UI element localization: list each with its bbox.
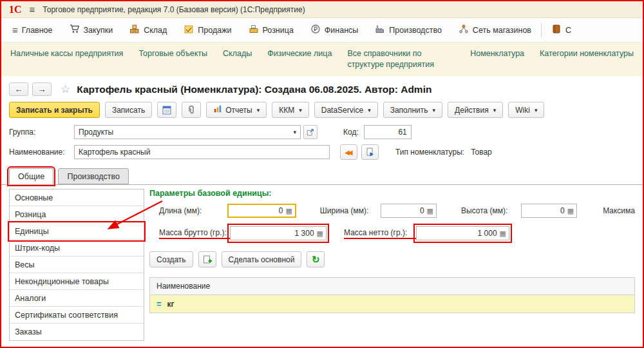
menu-item-main[interactable]: ≡ Главное (4, 18, 61, 43)
menu-item-production[interactable]: Производство (366, 18, 450, 43)
make-default-unit-button[interactable]: Сделать основной (222, 251, 302, 267)
network-icon (459, 24, 469, 36)
menu-item-sales[interactable]: Продажи (175, 18, 240, 43)
code-label: Код: (343, 128, 359, 137)
tab-production[interactable]: Производство (58, 168, 129, 184)
menu-label: Закупки (84, 26, 113, 35)
link-nomenclature-categories[interactable]: Категории номенклатуры (540, 48, 634, 59)
gross-weight-input[interactable]: 1 300 ▦ (230, 226, 327, 240)
net-weight-input[interactable]: 1 000 ▦ (416, 226, 509, 240)
sidebar-item-scales[interactable]: Весы (10, 256, 144, 273)
fill-menu-button[interactable]: Заполнить ▾ (383, 102, 442, 118)
link-warehouses[interactable]: Склады (223, 48, 252, 59)
menu-label: Продажи (198, 26, 231, 35)
link-cash-registers[interactable]: Наличные кассы предприятия (10, 48, 123, 59)
link-nomenclature[interactable]: Номенклатура (470, 48, 524, 59)
back-button[interactable]: ← (9, 82, 28, 96)
dimensions-row: Длина (мм): 0 ▦ Ширина (мм): 0 ▦ Высота … (149, 204, 635, 218)
gross-weight-value: 1 300 (295, 229, 314, 238)
menu-label: С (565, 26, 571, 35)
nav-row: ← → ☆ Картофель красный (Номенклатура): … (9, 82, 643, 96)
link-trade-objects[interactable]: Торговые объекты (138, 48, 207, 59)
name-input[interactable]: Картофель красный (74, 145, 330, 159)
width-input[interactable]: 0 ▦ (381, 204, 437, 218)
sidebar-item-main[interactable]: Основные (10, 189, 144, 206)
book-icon (551, 24, 562, 36)
refresh-icon: ↻ (312, 255, 320, 264)
net-weight-value: 1 000 (478, 229, 497, 238)
sidebar-item-retail[interactable]: Розница (10, 206, 144, 223)
units-table-header[interactable]: Наименование (150, 278, 634, 295)
boxes-icon (129, 24, 140, 36)
actions-menu-button[interactable]: Действия ▾ (448, 102, 503, 118)
chevron-down-icon: ▾ (368, 107, 371, 113)
cart-icon (70, 24, 80, 36)
group-row: Группа: Продукты ▾ Код: 61 (9, 125, 643, 139)
menu-item-purchases[interactable]: Закупки (61, 18, 122, 43)
group-combo-input[interactable]: Продукты ▾ (74, 125, 301, 139)
group-open-button[interactable] (303, 125, 317, 139)
wiki-label: Wiki (515, 106, 530, 115)
sidebar-item-barcodes[interactable]: Штрих-коды (10, 240, 144, 256)
calculator-icon[interactable]: ▦ (567, 208, 574, 215)
menu-label: Розница (263, 26, 294, 35)
menu-item-store-network[interactable]: Сеть магазинов (450, 18, 540, 43)
menu-item-warehouse[interactable]: Склад (121, 18, 175, 43)
wiki-menu-button[interactable]: Wiki ▾ (508, 102, 544, 118)
reports-menu-button[interactable]: Отчеты ▾ (206, 102, 267, 118)
width-value: 0 (420, 206, 424, 215)
chevron-down-icon: ▾ (493, 107, 497, 113)
save-button[interactable]: Записать (105, 102, 152, 118)
form-body: Основные Розница Единицы Штрих-коды Весы… (1, 185, 643, 341)
menu-label: Финансы (325, 26, 358, 35)
code-value: 61 (398, 128, 406, 137)
sidebar-item-analogs[interactable]: Аналоги (10, 290, 144, 307)
kkm-label: ККМ (279, 106, 294, 115)
sidebar-item-certificates[interactable]: Сертификаты соответствия (10, 307, 144, 324)
calculator-icon[interactable]: ▦ (317, 230, 323, 237)
net-weight-label: Масса нетто (гр.): (344, 228, 416, 239)
dataservice-menu-button[interactable]: DataService ▾ (314, 102, 378, 118)
unit-name: кг (167, 300, 175, 309)
save-close-button[interactable]: Записать и закрыть (9, 102, 100, 118)
group-label: Группа: (9, 128, 74, 137)
height-input[interactable]: 0 ▦ (521, 204, 577, 218)
length-input[interactable]: 0 ▦ (227, 204, 296, 218)
forward-button[interactable]: → (32, 82, 52, 96)
show-in-list-button[interactable] (157, 102, 176, 118)
create-unit-button[interactable]: Создать (149, 251, 193, 267)
link-individuals[interactable]: Физические лица (267, 48, 332, 59)
link-all-references[interactable]: Все справочники по структуре предприятия (347, 48, 455, 70)
refresh-button[interactable]: ↻ (307, 251, 325, 267)
sidebar-item-substandard[interactable]: Некондиционные товары (10, 273, 144, 290)
calculator-icon[interactable]: ▦ (285, 208, 292, 215)
tab-general[interactable]: Общие (9, 168, 53, 184)
sidebar-item-orders[interactable]: Заказы (10, 324, 144, 340)
reports-label: Отчеты (225, 106, 252, 115)
title-bar: 1С ≡ Торговое предприятие, редакция 7.0 … (1, 1, 643, 18)
chart-icon (213, 104, 222, 115)
menu-item-finance[interactable]: Финансы (302, 18, 366, 43)
copy-name-button[interactable] (361, 144, 379, 160)
kkm-menu-button[interactable]: ККМ ▾ (272, 102, 309, 118)
calculator-icon[interactable]: ▦ (427, 208, 433, 215)
table-row[interactable]: = кг (150, 295, 634, 313)
function-panel: Наличные кассы предприятия Торговые объе… (1, 43, 643, 76)
calculator-icon[interactable]: ▦ (500, 230, 506, 237)
name-row: Наименование: Картофель красный ◀◀ Тип н… (9, 144, 643, 160)
menu-item-retail[interactable]: Розница (240, 18, 302, 43)
attachments-button[interactable] (182, 102, 201, 118)
sidebar-item-units[interactable]: Единицы (10, 223, 144, 240)
cash-register-icon (249, 24, 259, 36)
main-menu-icon[interactable]: ≡ (30, 4, 35, 15)
column-name-header: Наименование (156, 282, 210, 291)
code-input[interactable]: 61 (364, 125, 412, 139)
height-value: 0 (560, 206, 565, 215)
menu-label: Сеть магазинов (473, 26, 531, 35)
history-back-button[interactable]: ◀◀ (340, 144, 357, 160)
menu-item-reference-cut[interactable]: С (543, 18, 580, 43)
base-unit-params-title: Параметры базовой единицы: (149, 189, 635, 198)
copy-unit-button[interactable] (198, 251, 216, 267)
favorite-star-icon[interactable]: ☆ (61, 82, 70, 96)
chevron-down-icon[interactable]: ▾ (293, 129, 296, 135)
